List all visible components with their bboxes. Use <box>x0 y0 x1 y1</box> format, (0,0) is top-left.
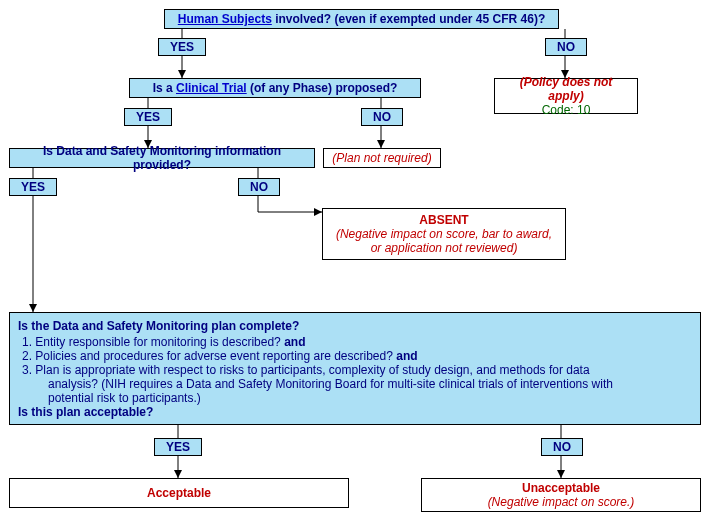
q1-no-result: (Policy does not apply) Code: 10 <box>494 78 638 114</box>
svg-marker-11 <box>377 140 385 148</box>
q3-yes: YES <box>9 178 57 196</box>
svg-marker-16 <box>314 208 322 216</box>
q1-box: Human Subjects involved? (even if exempt… <box>164 9 559 29</box>
q2-no-result: (Plan not required) <box>323 148 441 168</box>
absent-box: ABSENT (Negative impact on score, bar to… <box>322 208 566 260</box>
q3-box: Is Data and Safety Monitoring informatio… <box>9 148 315 168</box>
absent-line2: or application not reviewed) <box>371 241 518 255</box>
clinical-trial-link[interactable]: Clinical Trial <box>176 81 247 95</box>
q2-rest: (of any Phase) proposed? <box>247 81 398 95</box>
q4-title: Is the Data and Safety Monitoring plan c… <box>18 319 692 333</box>
unacceptable-box: Unacceptable (Negative impact on score.) <box>421 478 701 512</box>
absent-title: ABSENT <box>419 213 468 227</box>
absent-line1: (Negative impact on score, bar to award, <box>336 227 552 241</box>
svg-marker-24 <box>557 470 565 478</box>
human-subjects-link[interactable]: Human Subjects <box>178 12 272 26</box>
q1-no: NO <box>545 38 587 56</box>
q4-box: Is the Data and Safety Monitoring plan c… <box>9 312 701 425</box>
unacceptable-sub: (Negative impact on score.) <box>488 495 635 509</box>
acceptable-box: Acceptable <box>9 478 349 508</box>
plan-not-required: (Plan not required) <box>332 151 431 165</box>
q4-item3a: 3. Plan is appropriate with respect to r… <box>22 363 692 377</box>
q2-prefix: Is a <box>153 81 176 95</box>
acceptable-label: Acceptable <box>147 486 211 500</box>
policy-not-apply: (Policy does not apply) <box>501 75 631 103</box>
q3-no: NO <box>238 178 280 196</box>
q2-yes: YES <box>124 108 172 126</box>
q2-box: Is a Clinical Trial (of any Phase) propo… <box>129 78 421 98</box>
unacceptable-label: Unacceptable <box>522 481 600 495</box>
q1-text: involved? (even if exempted under 45 CFR… <box>272 12 545 26</box>
svg-marker-22 <box>174 470 182 478</box>
q4-item2: 2. Policies and procedures for adverse e… <box>22 349 692 363</box>
q4-item1: 1. Entity responsible for monitoring is … <box>22 335 692 349</box>
svg-marker-3 <box>178 70 186 78</box>
code-10: Code: 10 <box>542 103 591 117</box>
q4-footer: Is this plan acceptable? <box>18 405 692 419</box>
q1-yes: YES <box>158 38 206 56</box>
svg-marker-18 <box>29 304 37 312</box>
q4-yes: YES <box>154 438 202 456</box>
q4-item3b: analysis? (NIH requires a Data and Safet… <box>48 377 692 391</box>
q2-no: NO <box>361 108 403 126</box>
q4-no: NO <box>541 438 583 456</box>
q4-item3c: potential risk to participants.) <box>48 391 692 405</box>
